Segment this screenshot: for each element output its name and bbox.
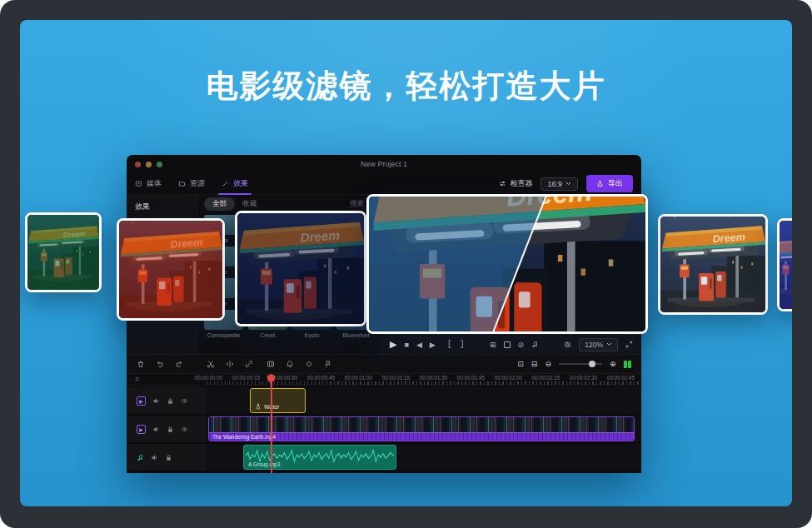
- playhead-handle[interactable]: [267, 375, 275, 381]
- screen-background: 电影级滤镜，轻松打造大片 New Project 1 媒体: [20, 20, 792, 506]
- redo-icon[interactable]: [175, 360, 183, 368]
- link-clips-icon[interactable]: [245, 360, 253, 368]
- chevron-down-icon: [565, 182, 571, 186]
- magic-wand-icon: [222, 180, 229, 187]
- zoom-out-icon[interactable]: ⊖: [545, 360, 551, 368]
- ruler-timestamp: 00:00:01:00: [340, 375, 377, 381]
- playback-controls: ▶ ■ ◀ ▶ [ ] ⊞ ⊘: [381, 334, 641, 354]
- snap-icon[interactable]: ⊟: [531, 360, 538, 368]
- mask-button[interactable]: ⊘: [518, 341, 525, 349]
- mute-icon[interactable]: [151, 454, 158, 461]
- effect-clip-water[interactable]: Water: [250, 388, 306, 413]
- flag-marker-icon[interactable]: [324, 360, 332, 368]
- lock-icon[interactable]: [167, 426, 174, 433]
- video-clip-audiobar: The Wandering Earth.mp4: [209, 432, 634, 441]
- cut-icon[interactable]: [207, 360, 215, 368]
- tab-effects-label: 效果: [233, 178, 248, 189]
- filter-preview-card-before-after: [366, 194, 648, 334]
- grid-overlay-button[interactable]: ⊞: [490, 341, 496, 349]
- video-clip[interactable]: The Wandering Earth.mp4: [208, 416, 635, 441]
- stop-button[interactable]: ■: [404, 341, 408, 349]
- timeline-ruler[interactable]: ≡ 00:00:00:0000:00:00:1500:00:00:3000:00…: [127, 374, 641, 386]
- sidebar-item-effects[interactable]: 效果: [135, 202, 197, 212]
- tab-media[interactable]: 媒体: [135, 173, 162, 195]
- previous-frame-button[interactable]: ◀: [416, 341, 422, 349]
- tab-effects[interactable]: 效果: [222, 173, 248, 195]
- mark-in-button[interactable]: [: [447, 340, 452, 349]
- visibility-eye-icon[interactable]: [181, 426, 188, 433]
- filter-preview-card-green: [25, 212, 102, 292]
- inspector-toggle[interactable]: 检查器: [499, 178, 532, 189]
- delete-icon[interactable]: [137, 360, 145, 368]
- filter-tab-favorites[interactable]: 收藏: [242, 199, 257, 209]
- marker-bell-icon[interactable]: [286, 360, 294, 368]
- filter-name: Creek: [248, 332, 287, 338]
- export-label: 导出: [608, 178, 623, 189]
- render-clips-icon[interactable]: [624, 361, 632, 368]
- split-clip-icon[interactable]: [226, 360, 234, 368]
- visibility-eye-icon[interactable]: [181, 397, 188, 405]
- tab-media-label: 媒体: [147, 178, 162, 189]
- track-effect: ▶ Water: [127, 387, 641, 414]
- track-list-icon[interactable]: ≡: [135, 375, 139, 383]
- track-header: ▶: [127, 416, 207, 442]
- mark-out-button[interactable]: ]: [460, 340, 465, 349]
- video-track-icon: ▶: [137, 396, 146, 406]
- mute-icon[interactable]: [152, 397, 160, 405]
- aspect-ratio-value: 16:9: [547, 180, 562, 188]
- filter-tint-overlay: [119, 221, 222, 318]
- filter-tint-overlay: [780, 221, 792, 309]
- folder-icon: [178, 180, 186, 187]
- before-after-divider: [369, 197, 645, 331]
- preview-zoom-dropdown[interactable]: 120%: [579, 338, 618, 351]
- audio-clip-label: A Group.mp3: [248, 461, 280, 467]
- aspect-ratio-dropdown[interactable]: 16:9: [541, 177, 578, 191]
- export-button[interactable]: 导出: [586, 175, 633, 192]
- video-clip-label: The Wandering Earth.mp4: [212, 434, 276, 440]
- mute-icon[interactable]: [152, 426, 160, 433]
- ruler-timestamp: 00:00:00:45: [302, 375, 340, 381]
- timeline-toolbar: ⊡ ⊟ ⊖ ⊕: [127, 354, 641, 374]
- filter-name: Cymnopedie: [204, 332, 243, 338]
- title-bar: New Project 1: [127, 155, 641, 173]
- ruler-timestamp: 00:00:01:45: [452, 375, 490, 381]
- track-audio: A Group.mp3: [127, 444, 641, 471]
- crop-button[interactable]: [504, 341, 511, 348]
- zoom-in-icon[interactable]: ⊕: [610, 360, 616, 368]
- filter-tab-all[interactable]: 全部: [204, 197, 235, 211]
- ruler-timestamp: 00:00:01:30: [415, 375, 452, 381]
- audio-meter-button[interactable]: [531, 341, 539, 348]
- fullscreen-icon[interactable]: [625, 341, 633, 348]
- timeline-zoom-slider[interactable]: [559, 363, 602, 365]
- keyframe-icon[interactable]: [305, 360, 313, 368]
- filter-tint-overlay: [237, 213, 364, 324]
- page-title: 电影级滤镜，轻松打造大片: [20, 65, 792, 107]
- film-icon[interactable]: [267, 360, 275, 368]
- tab-resources[interactable]: 资源: [178, 173, 205, 195]
- search-placeholder: 搜索: [350, 199, 364, 209]
- fit-timeline-icon[interactable]: ⊡: [517, 360, 524, 368]
- ruler-timestamp: 00:00:00:00: [190, 375, 227, 381]
- window-title: New Project 1: [127, 160, 641, 168]
- ruler-timestamp: 00:00:02:00: [490, 375, 527, 381]
- effect-flask-icon: [255, 403, 262, 410]
- snapshot-camera-button[interactable]: [564, 341, 571, 348]
- playhead-line[interactable]: [271, 374, 272, 473]
- filter-name: Kyoto: [292, 332, 331, 338]
- video-clip-filmstrip: [209, 417, 634, 434]
- undo-icon[interactable]: [156, 360, 164, 368]
- sliders-icon: [499, 180, 506, 187]
- next-frame-button[interactable]: ▶: [430, 341, 436, 349]
- inspector-label: 检查器: [510, 178, 532, 189]
- share-icon: [596, 180, 604, 187]
- play-button[interactable]: ▶: [390, 339, 396, 350]
- ruler-timestamp: 00:00:02:45: [602, 375, 640, 381]
- audio-clip[interactable]: A Group.mp3: [243, 445, 396, 470]
- filter-tint-overlay: [660, 217, 765, 312]
- ruler-timestamp: 00:00:02:30: [565, 375, 602, 381]
- lock-icon[interactable]: [165, 454, 172, 461]
- tab-bar: 媒体 资源 效果 检查器: [127, 173, 641, 195]
- ruler-timestamp: 00:00:02:15: [527, 375, 565, 381]
- slider-knob[interactable]: [589, 361, 595, 367]
- lock-icon[interactable]: [167, 397, 174, 405]
